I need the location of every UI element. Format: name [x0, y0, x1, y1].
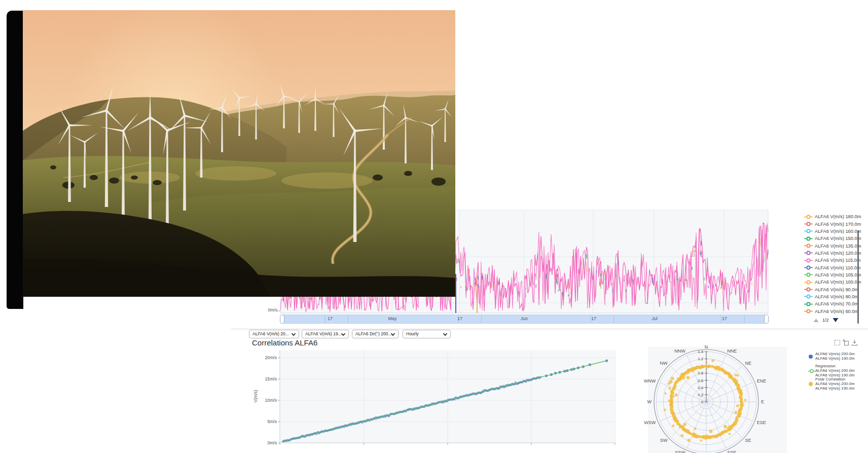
timeline-tick-label: 17	[457, 316, 462, 321]
app-canvas: 20m/s15m/s10m/s5m/s0m/sV(m/s) 00.20.40.6…	[0, 0, 868, 453]
timeseries-legend-item[interactable]: ALFA6 V(m/s) 170.0m	[804, 220, 866, 227]
series-label: ALFA6 V(m/s) 80.0m	[815, 294, 858, 299]
svg-text:SSE: SSE	[727, 450, 736, 453]
timeseries-legend-item[interactable]: ALFA6 V(m/s) 105.0m	[804, 271, 866, 278]
selector-direction-series[interactable]: ALFA6 Dir(°) 200....	[352, 330, 399, 338]
timeseries-legend-item[interactable]: ALFA6 V(m/s) 135.0m	[804, 242, 866, 249]
selector-primary-series[interactable]: ALFA6 V(m/s) 20...	[249, 330, 299, 338]
timeline-divider	[613, 315, 614, 323]
selector-interval[interactable]: Hourly	[403, 330, 451, 338]
series-label: ALFA6 V(m/s) 60.0m	[815, 309, 858, 314]
selector-value: Hourly	[406, 330, 419, 338]
svg-text:E: E	[761, 399, 764, 404]
timeseries-legend-item[interactable]: ALFA6 V(m/s) 150.0m	[804, 235, 866, 242]
chevron-down-icon	[291, 333, 296, 336]
svg-text:5m/s: 5m/s	[267, 419, 277, 424]
series-label: ALFA6 V(m/s) 150.0m	[815, 236, 861, 241]
chevron-down-icon	[341, 333, 346, 336]
series-marker-icon	[804, 258, 813, 263]
svg-text:20m/s: 20m/s	[265, 355, 277, 360]
timeline-scrollbar[interactable]: 17May17Jun17Jul17	[280, 315, 769, 324]
series-label: ALFA6 V(m/s) 105.0m	[815, 272, 861, 277]
series-marker-icon	[804, 287, 813, 292]
series-label: ALFA6 V(m/s) 120.0m	[815, 251, 861, 256]
series-label: ALFA6 V(m/s) 100.0m	[815, 280, 861, 285]
timeseries-legend-item[interactable]: ALFA6 V(m/s) 80.0m	[804, 293, 866, 300]
polar-correlation-chart[interactable]: 00.20.40.60.811.21.4NNNENEENEEESESESSESS…	[644, 344, 787, 453]
correlation-legend-label: ALFA6 V(m/s) 190.0m	[815, 357, 855, 361]
timeseries-legend-item[interactable]: ALFA6 V(m/s) 160.0m	[804, 228, 866, 235]
svg-text:0m/s: 0m/s	[267, 440, 277, 445]
svg-text:V(m/s): V(m/s)	[253, 390, 258, 402]
timeline-tick-label: Jun	[521, 316, 528, 321]
timeseries-legend: ALFA6 V(m/s) 180.0mALFA6 V(m/s) 170.0mAL…	[804, 213, 866, 315]
chart-toolbar	[834, 339, 858, 346]
series-marker-icon	[804, 302, 813, 306]
svg-text:10m/s: 10m/s	[265, 398, 277, 403]
series-dot-icon	[808, 354, 813, 359]
scrollbar-left-handle[interactable]	[280, 315, 284, 324]
timeseries-legend-item[interactable]: ALFA6 V(m/s) 120.0m	[804, 250, 866, 257]
ts-y-axis-zero-label: 0m/s	[255, 307, 277, 312]
legend-pager: 1/2	[813, 318, 839, 323]
timeseries-legend-item[interactable]: ALFA6 V(m/s) 180.0m	[804, 213, 866, 220]
series-label: ALFA6 V(m/s) 160.0m	[815, 229, 861, 234]
timeline-divider	[348, 315, 348, 323]
series-marker-icon	[804, 243, 813, 248]
chevron-down-icon	[390, 333, 395, 336]
correlation-scatter-chart[interactable]: 20m/s15m/s10m/s5m/s0m/sV(m/s)	[253, 350, 615, 445]
svg-text:0.8: 0.8	[698, 371, 703, 375]
svg-text:ENE: ENE	[757, 378, 767, 384]
svg-text:WNW: WNW	[644, 378, 656, 384]
timeseries-legend-item[interactable]: ALFA6 V(m/s) 115.0m	[804, 257, 866, 264]
svg-text:NNW: NNW	[674, 349, 685, 354]
timeline-tick-label: Jul	[652, 316, 658, 321]
svg-text:0: 0	[701, 400, 704, 404]
svg-text:NE: NE	[745, 361, 751, 366]
series-label: ALFA6 V(m/s) 115.0m	[815, 258, 861, 263]
series-marker-icon	[804, 251, 813, 255]
wind-farm-photo	[23, 10, 455, 297]
timeline-tick-label: 17	[591, 316, 596, 321]
svg-text:NW: NW	[660, 361, 668, 366]
svg-text:1.2: 1.2	[698, 357, 703, 361]
series-marker-icon	[804, 229, 813, 233]
legend-page-up-icon[interactable]	[813, 318, 819, 323]
reset-view-icon[interactable]	[843, 339, 849, 346]
timeline-divider	[744, 315, 745, 323]
series-label: ALFA6 V(m/s) 70.0m	[815, 301, 858, 306]
selector-secondary-series[interactable]: ALFA6 V(m/s) 19...	[302, 330, 349, 338]
timeseries-legend-item[interactable]: ALFA6 V(m/s) 60.0m	[804, 307, 866, 315]
timeseries-legend-item[interactable]: ALFA6 V(m/s) 70.0m	[804, 300, 866, 307]
series-label: ALFA6 V(m/s) 90.0m	[815, 287, 858, 292]
correlations-title: Correlations ALFA6	[252, 338, 317, 347]
series-label: ALFA6 V(m/s) 110.0m	[815, 265, 861, 270]
series-label: ALFA6 V(m/s) 180.0m	[815, 214, 861, 219]
correlation-legend-label: ALFA6 V(m/s) 190.0m	[815, 387, 855, 391]
timeseries-legend-item[interactable]: ALFA6 V(m/s) 100.0m	[804, 278, 866, 286]
timeseries-legend-item[interactable]: ALFA6 V(m/s) 110.0m	[804, 264, 866, 271]
box-select-icon[interactable]	[834, 339, 841, 346]
svg-text:WSW: WSW	[644, 420, 656, 425]
download-icon[interactable]	[851, 339, 858, 346]
series-marker-icon	[804, 294, 813, 299]
series-marker-icon	[804, 309, 813, 313]
scrollbar-right-handle[interactable]	[764, 315, 769, 324]
svg-text:SSW: SSW	[675, 450, 685, 453]
correlation-legend-item[interactable]: ALFA6 V(m/s) 200.0mALFA6 V(m/s) 190.0m	[815, 352, 855, 361]
series-marker-icon	[804, 265, 813, 270]
correlation-legend-item[interactable]: RegressionALFA6 V(m/s) 200.0mALFA6 V(m/s…	[815, 364, 855, 377]
series-marker-icon	[804, 272, 813, 277]
legend-scrollbar[interactable]	[857, 230, 859, 324]
svg-text:N: N	[705, 344, 708, 350]
timeline-tick-label: May	[388, 316, 396, 321]
timeline-tick-label: 17	[722, 316, 727, 321]
svg-text:15m/s: 15m/s	[265, 376, 277, 381]
section-divider	[231, 329, 868, 329]
photo-black-mat	[7, 11, 23, 309]
legend-page-down-icon[interactable]	[833, 318, 839, 323]
timeseries-legend-item[interactable]: ALFA6 V(m/s) 90.0m	[804, 286, 866, 293]
legend-page-indicator: 1/2	[822, 318, 829, 323]
series-label: ALFA6 V(m/s) 170.0m	[815, 222, 861, 227]
correlation-legend-item[interactable]: Polar CorrelationALFA6 V(m/s) 200.0mALFA…	[815, 377, 855, 391]
